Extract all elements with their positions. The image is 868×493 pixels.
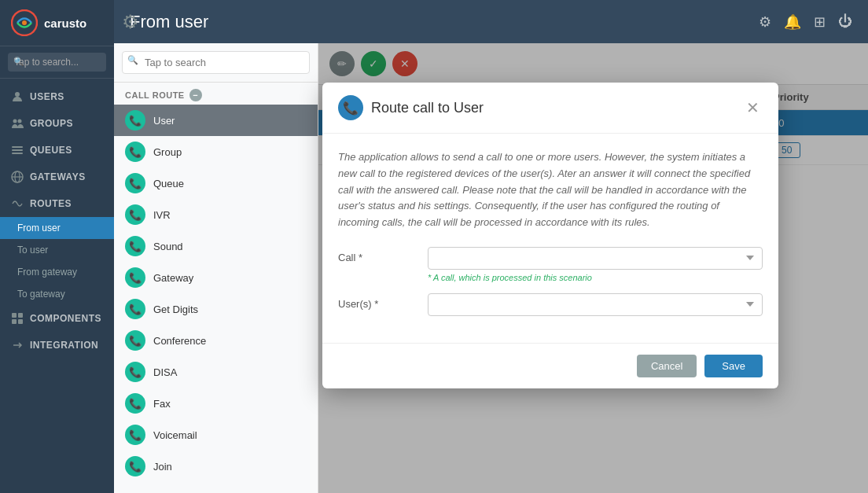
panel-search-input[interactable] — [122, 51, 310, 74]
power-icon[interactable]: ⏻ — [838, 13, 852, 30]
users-icon — [11, 90, 24, 103]
modal-footer: Cancel Save — [322, 343, 778, 388]
modal-body: The application allows to send a call to… — [322, 134, 778, 343]
modal-title: Route call to User — [371, 100, 484, 116]
get-digits-call-icon: 📞 — [125, 299, 145, 319]
content-area: Call route − 📞 User 📞 Group 📞 Queue — [114, 43, 868, 493]
sidebar-search-area — [0, 46, 114, 79]
modal-header: 📞 Route call to User ✕ — [322, 83, 778, 134]
modal-description: The application allows to send a call to… — [338, 149, 763, 231]
components-icon — [11, 312, 24, 325]
gateways-icon — [11, 171, 24, 183]
user-call-icon: 📞 — [125, 110, 145, 131]
sidebar: carusto ⚙ USERS GROUPS QUEUES — [0, 0, 114, 493]
top-bar: From user ⚙ 🔔 ⊞ ⏻ — [114, 0, 868, 43]
right-area: From user ⚙ 🔔 ⊞ ⏻ Call route — [114, 0, 868, 493]
groups-icon — [11, 117, 24, 130]
save-modal-button[interactable]: Save — [704, 355, 763, 377]
cancel-modal-button[interactable]: Cancel — [637, 355, 697, 377]
ivr-call-icon: 📞 — [125, 204, 145, 225]
panel-item-disa[interactable]: 📞 DISA — [114, 356, 318, 388]
top-bar-icons: ⚙ 🔔 ⊞ ⏻ — [759, 13, 852, 31]
users-select[interactable] — [428, 293, 763, 316]
disa-call-icon: 📞 — [125, 362, 145, 382]
subnav-from-gateway[interactable]: From gateway — [0, 261, 114, 283]
svg-rect-5 — [12, 146, 23, 148]
call-form-row: Call * * A call, which is processed in t… — [338, 247, 763, 282]
call-select[interactable] — [428, 247, 763, 270]
subnav-to-user[interactable]: To user — [0, 239, 114, 261]
svg-point-2 — [15, 92, 20, 97]
panel-item-queue[interactable]: 📞 Queue — [114, 167, 318, 199]
bell-icon[interactable]: 🔔 — [784, 13, 801, 31]
routes-subnav: From user To user From gateway To gatewa… — [0, 217, 114, 305]
route-call-modal: 📞 Route call to User ✕ The application a… — [322, 83, 778, 388]
svg-rect-7 — [12, 153, 23, 154]
logo-area: carusto — [0, 0, 114, 46]
fax-call-icon: 📞 — [125, 393, 145, 414]
call-field: * A call, which is processed in this sce… — [428, 247, 763, 282]
modal-close-button[interactable]: ✕ — [743, 98, 763, 117]
subnav-from-user[interactable]: From user — [0, 217, 114, 239]
grid-icon[interactable]: ⊞ — [814, 13, 826, 31]
users-form-row: User(s) * — [338, 293, 763, 316]
panel-item-fax[interactable]: 📞 Fax — [114, 388, 318, 419]
panel-item-voicemail[interactable]: 📞 Voicemail — [114, 419, 318, 451]
integration-icon — [11, 339, 24, 351]
svg-point-3 — [13, 120, 17, 123]
sidebar-item-users[interactable]: USERS — [0, 83, 114, 110]
svg-rect-13 — [12, 319, 17, 324]
sidebar-item-components[interactable]: COMPONENTS — [0, 305, 114, 332]
sidebar-item-groups[interactable]: GROUPS — [0, 110, 114, 137]
call-hint: * A call, which is processed in this sce… — [428, 273, 763, 282]
sound-call-icon: 📞 — [125, 236, 145, 256]
svg-rect-14 — [18, 319, 23, 324]
group-call-icon: 📞 — [125, 142, 145, 162]
sidebar-item-queues[interactable]: QUEUES — [0, 137, 114, 164]
call-route-panel: Call route − 📞 User 📞 Group 📞 Queue — [114, 43, 318, 493]
logo-text: carusto — [44, 17, 86, 30]
svg-point-1 — [22, 20, 27, 25]
join-call-icon: 📞 — [125, 456, 145, 476]
svg-rect-12 — [18, 313, 23, 318]
panel-item-ivr[interactable]: 📞 IVR — [114, 199, 318, 230]
panel-item-join[interactable]: 📞 Join — [114, 451, 318, 482]
sidebar-search-input[interactable] — [8, 53, 106, 72]
carusto-logo — [11, 9, 38, 36]
conference-call-icon: 📞 — [125, 330, 145, 351]
sidebar-item-routes[interactable]: ROUTES — [0, 190, 114, 217]
panel-section-label: Call route − — [114, 83, 318, 105]
panel-item-conference[interactable]: 📞 Conference — [114, 325, 318, 356]
svg-rect-6 — [12, 149, 23, 151]
panel-item-gateway[interactable]: 📞 Gateway — [114, 262, 318, 293]
users-field — [428, 293, 763, 316]
panel-search-area — [114, 43, 318, 83]
gateway-call-icon: 📞 — [125, 267, 145, 288]
panel-item-sound[interactable]: 📞 Sound — [114, 230, 318, 262]
page-title: From user — [130, 12, 208, 32]
panel-item-group[interactable]: 📞 Group — [114, 136, 318, 167]
svg-rect-11 — [12, 313, 17, 318]
call-label: Call * — [338, 247, 417, 263]
users-label: User(s) * — [338, 293, 417, 310]
collapse-button[interactable]: − — [189, 89, 202, 101]
sidebar-item-gateways[interactable]: GATEWAYS — [0, 164, 114, 190]
routes-icon — [11, 197, 24, 210]
gear-icon[interactable]: ⚙ — [759, 13, 771, 31]
queue-call-icon: 📞 — [125, 173, 145, 193]
panel-item-user[interactable]: 📞 User — [114, 105, 318, 136]
sidebar-item-integration[interactable]: INTEGRATION — [0, 332, 114, 359]
settings-icon: ⚙ — [122, 11, 139, 33]
sidebar-nav: USERS GROUPS QUEUES GATEWAYS ROUTES — [0, 79, 114, 493]
panel-item-get-digits[interactable]: 📞 Get Digits — [114, 293, 318, 325]
svg-point-4 — [18, 120, 22, 123]
subnav-to-gateway[interactable]: To gateway — [0, 283, 114, 305]
voicemail-call-icon: 📞 — [125, 425, 145, 445]
modal-title-area: 📞 Route call to User — [338, 95, 484, 120]
modal-icon: 📞 — [338, 95, 363, 120]
queues-icon — [11, 144, 24, 156]
